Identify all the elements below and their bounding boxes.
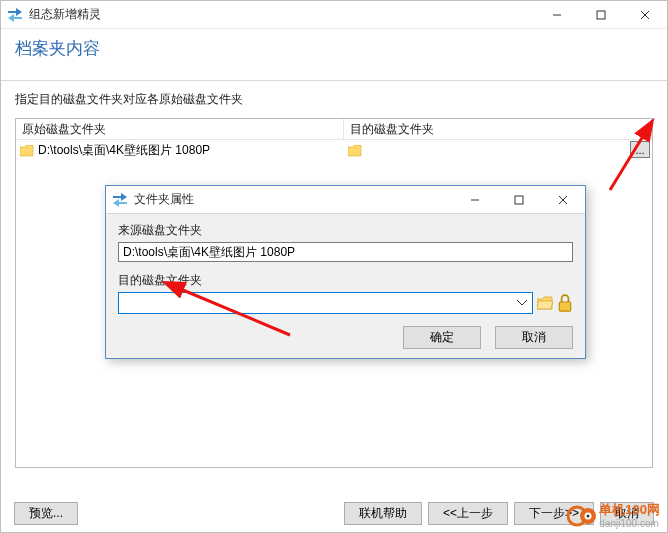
chevron-down-icon [515, 296, 529, 310]
source-path: D:\tools\桌面\4K壁纸图片 1080P [38, 142, 210, 159]
preview-button[interactable]: 预览... [14, 502, 78, 525]
close-button[interactable] [541, 186, 585, 213]
back-button[interactable]: <<上一步 [428, 502, 508, 525]
list-header: 原始磁盘文件夹 目的磁盘文件夹 [16, 119, 652, 140]
watermark-logo-icon [567, 501, 597, 531]
wizard-titlebar: 组态新增精灵 [1, 1, 667, 29]
ok-button[interactable]: 确定 [403, 326, 481, 349]
col-header-source[interactable]: 原始磁盘文件夹 [16, 119, 344, 139]
page-title: 档案夹内容 [15, 37, 653, 60]
source-input[interactable] [118, 242, 573, 262]
folder-icon [20, 145, 34, 157]
maximize-button[interactable] [579, 1, 623, 28]
folder-properties-dialog: 文件夹属性 来源磁盘文件夹 目的磁盘文件夹 确定 [105, 185, 586, 359]
cell-source: D:\tools\桌面\4K壁纸图片 1080P [16, 140, 344, 161]
dest-combo[interactable] [118, 292, 533, 314]
dialog-window-controls [453, 186, 585, 213]
window-controls [535, 1, 667, 28]
svg-rect-5 [515, 196, 523, 204]
browse-folder-icon[interactable] [537, 295, 553, 311]
wizard-header: 档案夹内容 [1, 29, 667, 81]
list-row[interactable]: D:\tools\桌面\4K壁纸图片 1080P ... [16, 140, 652, 161]
minimize-button[interactable] [453, 186, 497, 213]
maximize-button[interactable] [497, 186, 541, 213]
browse-button[interactable]: ... [630, 141, 650, 158]
lock-icon[interactable] [557, 295, 573, 311]
watermark: 单机100网 danji100.com [567, 501, 660, 531]
source-label: 来源磁盘文件夹 [118, 222, 573, 239]
minimize-button[interactable] [535, 1, 579, 28]
svg-rect-1 [597, 11, 605, 19]
folder-icon [348, 145, 362, 157]
cell-dest: ... [344, 140, 652, 161]
watermark-text-en: danji100.com [599, 518, 660, 529]
dialog-titlebar: 文件夹属性 [106, 186, 585, 214]
instruction-text: 指定目的磁盘文件夹对应各原始磁盘文件夹 [15, 91, 653, 108]
close-button[interactable] [623, 1, 667, 28]
dest-label: 目的磁盘文件夹 [118, 272, 573, 289]
col-header-dest[interactable]: 目的磁盘文件夹 [344, 119, 652, 139]
app-icon [112, 192, 128, 208]
dialog-cancel-button[interactable]: 取消 [495, 326, 573, 349]
app-icon [7, 7, 23, 23]
wizard-footer: 预览... 联机帮助 <<上一步 下一步>> 取消 [14, 502, 654, 525]
wizard-title: 组态新增精灵 [29, 6, 535, 23]
help-button[interactable]: 联机帮助 [344, 502, 422, 525]
dialog-title: 文件夹属性 [134, 191, 453, 208]
svg-point-14 [587, 515, 590, 518]
svg-rect-8 [559, 302, 570, 311]
watermark-text-cn: 单机100网 [599, 503, 660, 517]
